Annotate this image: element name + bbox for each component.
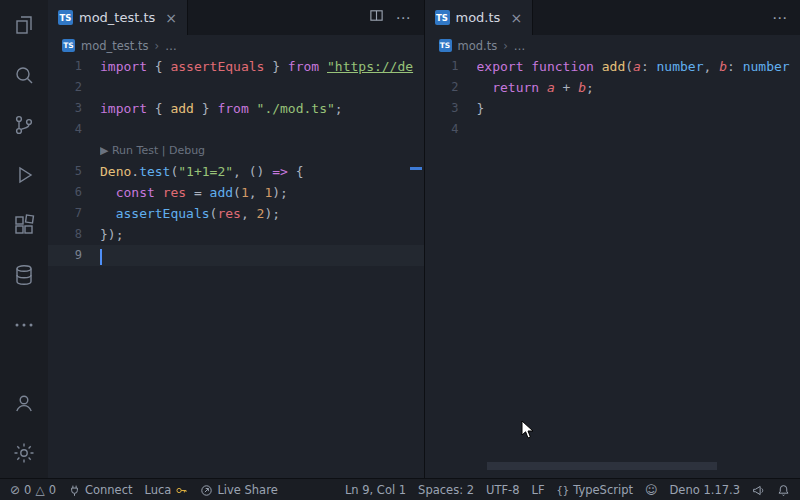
- account-status-item[interactable]: Luca: [145, 483, 189, 497]
- line-number: 1: [425, 56, 477, 77]
- key-icon: [175, 484, 188, 497]
- code-text: }: [477, 98, 800, 119]
- codelens-actions[interactable]: ▶ Run Test | Debug: [100, 140, 424, 161]
- code-line[interactable]: 1import { assertEquals } from "https://d…: [48, 56, 424, 77]
- code-line[interactable]: 2 return a + b;: [425, 77, 800, 98]
- megaphone-icon: [752, 484, 765, 497]
- warning-icon: △: [35, 483, 44, 497]
- deno-version-indicator[interactable]: Deno 1.17.3: [670, 483, 741, 497]
- code-text: Deno.test("1+1=2", () => {: [100, 161, 424, 182]
- close-tab-icon[interactable]: ×: [165, 10, 177, 26]
- line-number: 4: [48, 119, 100, 140]
- code-text: [477, 119, 800, 140]
- braces-icon: {}: [557, 484, 570, 496]
- code-line[interactable]: 1export function add(a: number, b: numbe…: [425, 56, 800, 77]
- close-tab-icon[interactable]: ×: [510, 10, 522, 26]
- line-number: 3: [48, 98, 100, 119]
- source-control-icon[interactable]: [0, 100, 48, 150]
- line-number: 7: [48, 203, 100, 224]
- live-share-icon: [200, 484, 213, 497]
- code-line[interactable]: 5Deno.test("1+1=2", () => {: [48, 161, 424, 182]
- database-icon[interactable]: [0, 250, 48, 300]
- text-cursor: [100, 249, 102, 265]
- run-and-debug-icon[interactable]: [0, 150, 48, 200]
- code-text: const res = add(1, 1);: [100, 182, 424, 203]
- user-label: Luca: [145, 483, 172, 497]
- code-line[interactable]: 7 assertEquals(res, 2);: [48, 203, 424, 224]
- feedback-smiley-button[interactable]: ☺: [645, 483, 658, 497]
- codelens-row[interactable]: ▶ Run Test | Debug: [48, 140, 424, 161]
- line-number: 4: [425, 119, 477, 140]
- live-share-label: Live Share: [217, 483, 277, 497]
- code-text: import { add } from "./mod.ts";: [100, 98, 424, 119]
- cursor-position-indicator[interactable]: Ln 9, Col 1: [345, 483, 406, 497]
- line-number: 9: [48, 245, 100, 266]
- line-number: 6: [48, 182, 100, 203]
- split-editor-button[interactable]: [369, 8, 384, 27]
- encoding-indicator[interactable]: UTF-8: [486, 483, 520, 497]
- tab-mod-ts[interactable]: TS mod.ts ×: [425, 0, 534, 35]
- breadcrumb-more[interactable]: …: [165, 39, 177, 53]
- code-text: [100, 245, 424, 266]
- code-editor[interactable]: 1import { assertEquals } from "https://d…: [48, 56, 424, 478]
- settings-gear-icon[interactable]: [0, 428, 48, 478]
- typescript-file-icon: TS: [58, 10, 73, 25]
- tab-label: mod_test.ts: [79, 10, 155, 25]
- search-icon[interactable]: [0, 50, 48, 100]
- code-line[interactable]: 6 const res = add(1, 1);: [48, 182, 424, 203]
- code-line[interactable]: 2: [48, 77, 424, 98]
- notifications-bell-button[interactable]: [777, 484, 790, 497]
- language-mode-indicator[interactable]: {} TypeScript: [557, 483, 633, 497]
- feedback-megaphone-button[interactable]: [752, 484, 765, 497]
- bell-icon: [777, 484, 790, 497]
- line-number: 5: [48, 161, 100, 182]
- typescript-file-icon: TS: [435, 10, 450, 25]
- code-line[interactable]: 8});: [48, 224, 424, 245]
- extensions-icon[interactable]: [0, 200, 48, 250]
- editor-group-left: TS mod_test.ts × ⋯ TS mod_test.ts ›: [48, 0, 424, 478]
- code-editor[interactable]: 1export function add(a: number, b: numbe…: [425, 56, 800, 478]
- liveshare-connect-button[interactable]: Connect: [68, 483, 133, 497]
- more-views-icon[interactable]: [0, 300, 48, 350]
- code-text: return a + b;: [477, 77, 800, 98]
- chevron-right-icon: ›: [503, 39, 508, 53]
- problems-indicator[interactable]: ⊘ 0 △ 0: [10, 483, 56, 497]
- horizontal-scrollbar[interactable]: [487, 462, 717, 470]
- line-number: 8: [48, 224, 100, 245]
- typescript-file-icon: TS: [62, 39, 75, 52]
- code-line[interactable]: 3}: [425, 98, 800, 119]
- tab-bar-right: TS mod.ts × ⋯: [425, 0, 800, 35]
- editor-group-right: TS mod.ts × ⋯ TS mod.ts › … 1export func…: [424, 0, 800, 478]
- error-count: 0: [24, 483, 31, 497]
- code-line[interactable]: 3import { add } from "./mod.ts";: [48, 98, 424, 119]
- breadcrumb-file[interactable]: mod.ts: [458, 39, 498, 53]
- code-text: import { assertEquals } from "https://de: [100, 56, 424, 77]
- line-number: 3: [425, 98, 477, 119]
- breadcrumb-more[interactable]: …: [514, 39, 526, 53]
- line-number: 2: [48, 77, 100, 98]
- live-share-button[interactable]: Live Share: [200, 483, 277, 497]
- error-icon: ⊘: [10, 483, 20, 497]
- code-text: });: [100, 224, 424, 245]
- account-icon[interactable]: [0, 378, 48, 428]
- editor-actions-more-button[interactable]: ⋯: [396, 9, 412, 27]
- code-text: [100, 77, 424, 98]
- explorer-icon[interactable]: [0, 0, 48, 50]
- code-text: assertEquals(res, 2);: [100, 203, 424, 224]
- warning-count: 0: [49, 483, 56, 497]
- status-bar: ⊘ 0 △ 0 Connect Luca Live Share Ln 9, Co…: [0, 478, 800, 500]
- code-line[interactable]: 9: [48, 245, 424, 266]
- breadcrumb-file[interactable]: mod_test.ts: [81, 39, 149, 53]
- typescript-file-icon: TS: [439, 39, 452, 52]
- line-number: 2: [425, 77, 477, 98]
- indentation-indicator[interactable]: Spaces: 2: [418, 483, 474, 497]
- eol-indicator[interactable]: LF: [532, 483, 545, 497]
- code-line[interactable]: 4: [425, 119, 800, 140]
- vscode-window: TS mod_test.ts × ⋯ TS mod_test.ts ›: [0, 0, 800, 500]
- code-line[interactable]: 4: [48, 119, 424, 140]
- line-number: [48, 140, 100, 161]
- editor-actions-more-button[interactable]: ⋯: [772, 9, 788, 27]
- activity-bar: [0, 0, 48, 478]
- overview-ruler-cursor-marker: [410, 167, 422, 170]
- tab-mod-test-ts[interactable]: TS mod_test.ts ×: [48, 0, 188, 35]
